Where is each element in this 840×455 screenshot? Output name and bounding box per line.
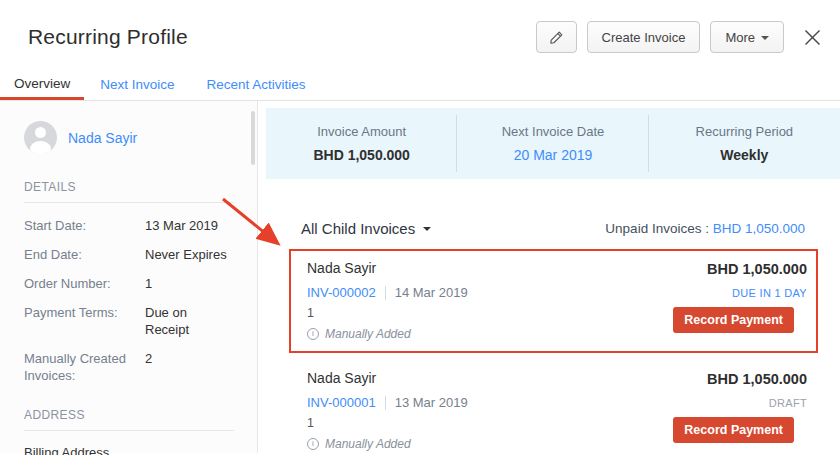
invoice-amount: BHD 1,050.000 (707, 261, 807, 277)
detail-value: 1 (145, 275, 152, 292)
address-section-title: ADDRESS (24, 408, 233, 422)
recurring-profile-page: Recurring Profile Create Invoice More (0, 0, 840, 455)
page-title: Recurring Profile (28, 25, 188, 49)
billing-address-label: Billing Address (24, 445, 233, 455)
invoice-amount: BHD 1,050.000 (707, 371, 807, 387)
detail-label: Order Number: (24, 275, 145, 292)
summary-value: Weekly (720, 147, 768, 163)
child-invoices-filter-dropdown[interactable]: All Child Invoices (301, 220, 431, 237)
separator (385, 286, 386, 300)
avatar (24, 121, 57, 154)
customer-name-link[interactable]: Nada Sayir (68, 130, 137, 146)
unpaid-label: Unpaid Invoices : (605, 221, 709, 236)
invoice-card-inv-000001[interactable]: Nada Sayir INV-000001 13 Mar 2019 1 i Ma… (289, 359, 818, 455)
pencil-icon (549, 30, 564, 45)
invoice-quantity: 1 (307, 416, 468, 430)
caret-down-icon (761, 36, 769, 40)
detail-label: Payment Terms: (24, 304, 145, 338)
tab-bar: Overview Next Invoice Recent Activities (0, 70, 840, 101)
record-payment-button[interactable]: Record Payment (673, 307, 794, 333)
summary-label: Next Invoice Date (502, 124, 605, 139)
detail-value: 13 Mar 2019 (145, 217, 218, 234)
summary-label: Recurring Period (696, 124, 794, 139)
invoice-note: Manually Added (325, 327, 411, 341)
tab-next-invoice[interactable]: Next Invoice (84, 70, 190, 100)
customer-summary: Nada Sayir (24, 121, 233, 154)
content: Nada Sayir DETAILS Start Date: 13 Mar 20… (0, 101, 840, 453)
detail-value: Never Expires (145, 246, 227, 263)
invoice-number-link[interactable]: INV-000001 (307, 395, 376, 410)
caret-down-icon (423, 227, 431, 231)
header: Recurring Profile Create Invoice More (0, 0, 840, 70)
summary-invoice-amount: Invoice Amount BHD 1,050.000 (266, 108, 457, 179)
detail-row-manual-invoices: Manually Created Invoices: 2 (24, 350, 233, 384)
close-icon[interactable] (800, 25, 824, 49)
invoice-note: Manually Added (325, 437, 411, 451)
detail-label: Start Date: (24, 217, 145, 234)
detail-value: Due on Receipt (145, 304, 233, 338)
separator (385, 396, 386, 410)
tab-recent-activities[interactable]: Recent Activities (191, 70, 322, 100)
tab-overview[interactable]: Overview (0, 69, 84, 100)
more-button[interactable]: More (710, 21, 784, 53)
child-invoices-header: All Child Invoices Unpaid Invoices : BHD… (301, 220, 805, 237)
divider (24, 430, 234, 431)
edit-button[interactable] (536, 21, 577, 53)
invoice-quantity: 1 (307, 306, 468, 320)
detail-row-order-number: Order Number: 1 (24, 275, 233, 292)
sidebar-scrollbar-thumb[interactable] (251, 111, 255, 165)
invoice-number-link[interactable]: INV-000002 (307, 285, 376, 300)
summary-label: Invoice Amount (317, 124, 406, 139)
details-section-title: DETAILS (24, 180, 233, 194)
detail-label: End Date: (24, 246, 145, 263)
child-invoice-list: Nada Sayir INV-000002 14 Mar 2019 1 i Ma… (289, 249, 818, 455)
info-icon: i (307, 328, 319, 340)
sidebar: Nada Sayir DETAILS Start Date: 13 Mar 20… (0, 101, 258, 453)
main-panel: Invoice Amount BHD 1,050.000 Next Invoic… (258, 101, 840, 453)
unpaid-invoices-summary: Unpaid Invoices : BHD 1,050.000 (605, 221, 805, 236)
invoice-card-inv-000002[interactable]: Nada Sayir INV-000002 14 Mar 2019 1 i Ma… (289, 249, 818, 353)
unpaid-amount-link[interactable]: BHD 1,050.000 (713, 221, 805, 236)
summary-value: BHD 1,050.000 (313, 147, 410, 163)
invoice-status-badge: DRAFT (769, 397, 807, 409)
invoice-customer: Nada Sayir (307, 260, 468, 276)
more-button-label: More (725, 30, 755, 45)
summary-strip: Invoice Amount BHD 1,050.000 Next Invoic… (266, 108, 840, 179)
address-section: ADDRESS Billing Address (24, 408, 233, 455)
filter-label: All Child Invoices (301, 220, 415, 237)
summary-recurring-period: Recurring Period Weekly (649, 108, 840, 179)
info-icon: i (307, 438, 319, 450)
detail-value: 2 (145, 350, 152, 384)
detail-row-start-date: Start Date: 13 Mar 2019 (24, 217, 233, 234)
create-invoice-button[interactable]: Create Invoice (587, 21, 701, 53)
record-payment-button[interactable]: Record Payment (673, 417, 794, 443)
invoice-date: 14 Mar 2019 (395, 285, 468, 300)
detail-row-end-date: End Date: Never Expires (24, 246, 233, 263)
divider (24, 202, 234, 203)
invoice-date: 13 Mar 2019 (395, 395, 468, 410)
detail-row-payment-terms: Payment Terms: Due on Receipt (24, 304, 233, 338)
next-invoice-date-link[interactable]: 20 Mar 2019 (514, 147, 593, 163)
summary-next-invoice-date: Next Invoice Date 20 Mar 2019 (457, 108, 648, 179)
detail-label: Manually Created Invoices: (24, 350, 145, 384)
invoice-customer: Nada Sayir (307, 370, 468, 386)
header-actions: Create Invoice More (536, 21, 824, 53)
invoice-status-badge: DUE IN 1 DAY (732, 287, 807, 299)
